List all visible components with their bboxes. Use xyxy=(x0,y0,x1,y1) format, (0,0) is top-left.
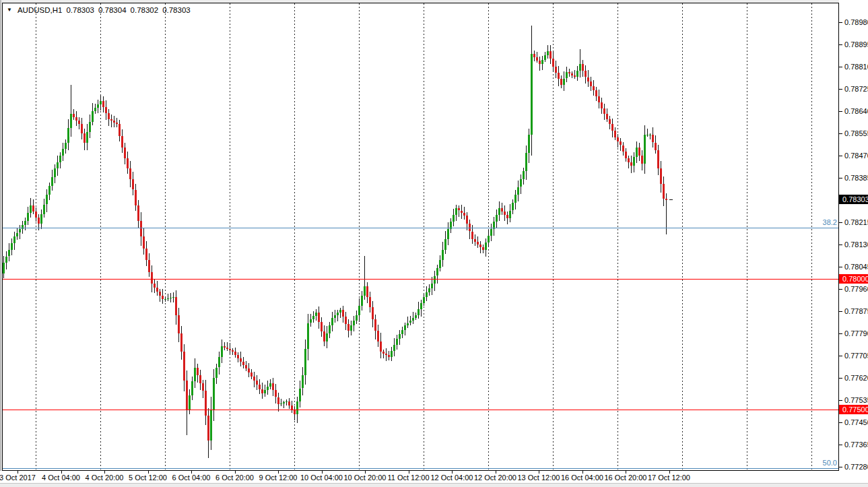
candle-down xyxy=(248,368,250,372)
candle-down xyxy=(272,383,274,390)
candle-down xyxy=(620,141,622,145)
candle-up xyxy=(280,403,282,405)
candle-down xyxy=(625,152,627,158)
quote-low: 0.78302 xyxy=(131,6,159,14)
candle-down xyxy=(197,368,199,376)
candle-up xyxy=(528,135,530,153)
price-tick xyxy=(839,467,842,467)
vertical-gridline xyxy=(100,3,101,470)
candle-up xyxy=(48,186,51,195)
candle-up xyxy=(27,213,29,221)
candle-down xyxy=(560,79,562,85)
price-tick xyxy=(839,422,842,423)
candle-down xyxy=(372,307,374,319)
candle-up xyxy=(514,195,516,203)
candle-down xyxy=(652,135,654,143)
candle-up xyxy=(215,368,218,379)
candle-down xyxy=(318,313,320,322)
candle-up xyxy=(407,323,409,326)
candle-down xyxy=(154,284,156,288)
candle-up xyxy=(194,368,196,382)
candle-down xyxy=(148,260,150,272)
price-tick-label: 0.78385 xyxy=(844,174,868,182)
price-tick xyxy=(839,378,842,379)
candle-down xyxy=(175,297,177,315)
candle-up xyxy=(213,378,215,410)
time-tick-label: 6 Oct 04:00 xyxy=(172,474,211,482)
candle-down xyxy=(611,124,613,131)
chart-plot-area[interactable]: ▼ AUDUSD,H1 0.78303 0.78304 0.78302 0.78… xyxy=(2,3,839,471)
candle-up xyxy=(509,211,511,219)
candle-down xyxy=(474,239,476,242)
level-price-badge: 0.77500 xyxy=(839,405,868,414)
price-tick xyxy=(839,89,842,90)
quote-close: 0.78303 xyxy=(162,6,191,14)
candle-up xyxy=(8,250,10,257)
price-tick-label: 0.78725 xyxy=(844,85,868,93)
candle-down xyxy=(75,117,77,121)
fibonacci-line[interactable] xyxy=(3,468,838,469)
candle-up xyxy=(30,205,32,214)
candle-up xyxy=(579,64,581,71)
candle-wick xyxy=(227,342,228,352)
candle-down xyxy=(81,124,83,133)
vertical-gridline xyxy=(682,3,683,470)
candle-up xyxy=(399,334,401,339)
candle-down xyxy=(665,199,667,200)
time-tick-label: 12 Oct 20:00 xyxy=(474,474,516,482)
candle-up xyxy=(70,114,72,128)
price-tick xyxy=(839,333,842,334)
price-tick-label: 0.78130 xyxy=(844,240,868,249)
candle-down xyxy=(156,288,158,292)
price-axis[interactable]: 0.789800.788950.788100.787250.786400.785… xyxy=(839,0,868,471)
candle-down xyxy=(603,108,605,114)
candle-up xyxy=(299,389,301,401)
candle-wick xyxy=(286,399,287,405)
candle-up xyxy=(361,296,363,305)
horizontal-level-line[interactable] xyxy=(3,279,838,280)
candle-down xyxy=(587,77,589,82)
candle-down xyxy=(108,113,110,119)
window-bottom-edge xyxy=(0,483,868,487)
time-axis[interactable]: 3 Oct 20174 Oct 04:004 Oct 20:005 Oct 12… xyxy=(0,471,868,483)
candle-up xyxy=(434,276,436,284)
candle-down xyxy=(506,215,508,218)
candle-down xyxy=(162,296,164,300)
fibonacci-line[interactable] xyxy=(3,228,838,228)
candle-down xyxy=(199,375,201,383)
candle-down xyxy=(224,346,226,348)
current-price-dash xyxy=(669,199,673,200)
candle-up xyxy=(307,323,309,350)
candle-up xyxy=(59,156,61,162)
candle-up xyxy=(415,315,417,318)
candle-down xyxy=(129,168,131,179)
window-left-edge xyxy=(0,0,1,487)
candle-up xyxy=(94,108,96,111)
vertical-gridline xyxy=(617,3,618,470)
candle-down xyxy=(622,145,624,152)
candle-down xyxy=(385,354,387,356)
price-tick xyxy=(839,289,842,290)
candle-up xyxy=(428,288,430,293)
candle-wick xyxy=(383,350,384,358)
candle-up xyxy=(54,168,56,177)
vertical-gridline xyxy=(359,3,360,470)
price-tick xyxy=(839,67,842,67)
candle-down xyxy=(657,150,659,168)
candle-up xyxy=(310,319,312,323)
level-price-badge: 0.78000 xyxy=(839,274,868,284)
candle-up xyxy=(46,195,48,204)
candle-down xyxy=(251,372,253,377)
candle-down xyxy=(102,101,104,107)
price-tick-label: 0.77450 xyxy=(844,418,868,426)
horizontal-level-line[interactable] xyxy=(3,410,838,410)
bid-price-badge: 0.78303 xyxy=(839,195,868,204)
quote-high: 0.78304 xyxy=(98,6,127,14)
candle-down xyxy=(294,410,296,415)
candle-up xyxy=(40,214,42,224)
candle-up xyxy=(337,313,339,315)
candle-up xyxy=(172,297,174,298)
symbol-dropdown-icon[interactable]: ▼ xyxy=(7,7,12,13)
candle-up xyxy=(304,349,306,375)
price-tick xyxy=(839,267,842,267)
